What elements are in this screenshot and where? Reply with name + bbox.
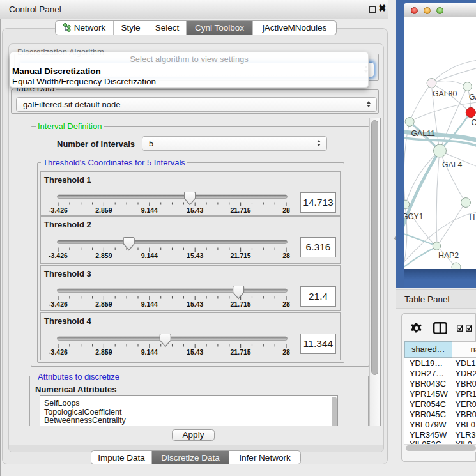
svg-text:21.715: 21.715 [231, 348, 251, 355]
svg-text:28: 28 [282, 300, 290, 308]
svg-text:HAP2: HAP2 [438, 251, 459, 260]
svg-text:28: 28 [282, 251, 290, 259]
svg-text:15.43: 15.43 [187, 348, 203, 355]
svg-text:C: C [472, 118, 476, 127]
svg-text:9.144: 9.144 [141, 348, 158, 355]
svg-text:-3.426: -3.426 [49, 251, 68, 259]
svg-text:21.715: 21.715 [231, 300, 251, 308]
svg-text:9.144: 9.144 [141, 300, 158, 308]
svg-text:-3.426: -3.426 [49, 300, 68, 308]
svg-text:2.859: 2.859 [95, 206, 112, 214]
svg-text:9.144: 9.144 [141, 206, 158, 214]
svg-text:28: 28 [282, 206, 290, 214]
svg-text:2.859: 2.859 [95, 300, 112, 308]
svg-text:21.715: 21.715 [231, 206, 251, 214]
svg-text:2.859: 2.859 [95, 348, 112, 355]
svg-text:2.859: 2.859 [95, 251, 112, 259]
svg-text:-3.426: -3.426 [49, 348, 68, 355]
svg-text:15.43: 15.43 [187, 300, 203, 308]
svg-text:28: 28 [282, 348, 290, 355]
svg-text:GAL4: GAL4 [442, 160, 463, 169]
svg-text:-3.426: -3.426 [49, 206, 68, 214]
svg-text:GAL80: GAL80 [433, 89, 457, 98]
svg-text:9.144: 9.144 [141, 251, 158, 259]
svg-text:GAL11: GAL11 [411, 129, 436, 138]
svg-text:GA: GA [469, 93, 476, 102]
svg-text:15.43: 15.43 [187, 251, 203, 259]
svg-text:15.43: 15.43 [187, 206, 203, 214]
svg-text:GCY1: GCY1 [404, 212, 424, 221]
svg-text:21.715: 21.715 [231, 251, 251, 259]
svg-text:H: H [470, 213, 475, 222]
